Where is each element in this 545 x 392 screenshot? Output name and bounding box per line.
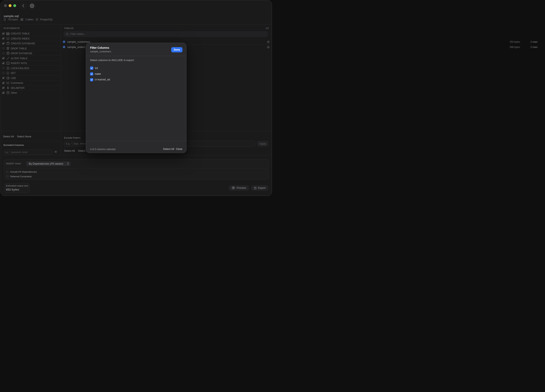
- svg-text:$: $: [7, 86, 9, 89]
